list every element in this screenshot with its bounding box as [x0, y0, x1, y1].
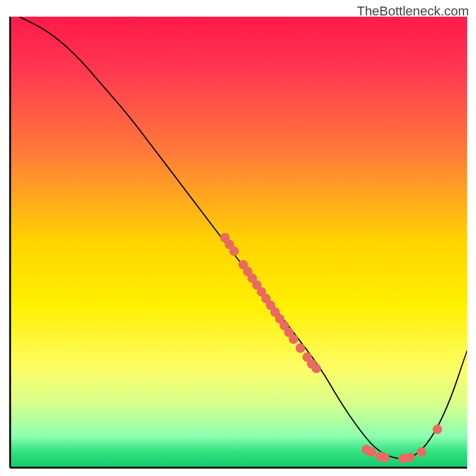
bottleneck-plot: [9, 17, 467, 469]
data-point: [289, 334, 298, 344]
data-point: [380, 453, 390, 462]
data-point: [229, 246, 239, 256]
data-point: [312, 364, 321, 373]
chart-container: TheBottleneck.com: [0, 0, 476, 476]
data-point: [433, 425, 442, 434]
plot-background: [10, 17, 467, 468]
data-point: [367, 447, 376, 457]
data-point: [405, 453, 415, 462]
data-point: [296, 343, 305, 353]
data-point: [416, 447, 426, 457]
